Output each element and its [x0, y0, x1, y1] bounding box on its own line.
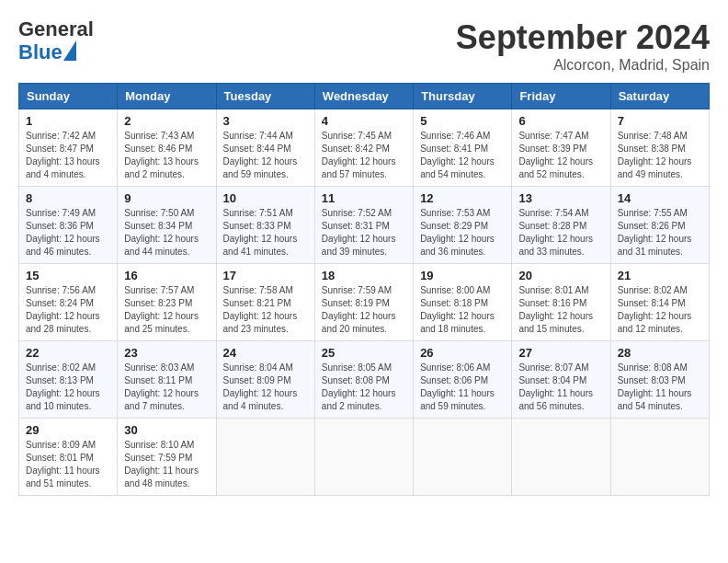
col-thursday: Thursday — [414, 84, 512, 109]
col-sunday: Sunday — [19, 84, 118, 109]
calendar-day-cell — [414, 419, 512, 496]
day-number: 24 — [223, 346, 308, 360]
day-number: 15 — [26, 269, 110, 282]
day-info: Sunrise: 8:05 AMSunset: 8:08 PMDaylight:… — [322, 362, 406, 413]
day-number: 4 — [322, 114, 406, 128]
calendar-day-cell: 2 Sunrise: 7:43 AMSunset: 8:46 PMDayligh… — [118, 109, 216, 187]
calendar-day-cell: 25 Sunrise: 8:05 AMSunset: 8:08 PMDaylig… — [314, 341, 413, 419]
day-info: Sunrise: 7:52 AMSunset: 8:31 PMDaylight:… — [322, 207, 406, 259]
logo-text: General Blue — [18, 18, 94, 63]
calendar-week-row: 29 Sunrise: 8:09 AMSunset: 8:01 PMDaylig… — [19, 419, 710, 496]
day-info: Sunrise: 7:48 AMSunset: 8:38 PMDaylight:… — [618, 130, 702, 181]
day-number: 3 — [223, 114, 308, 128]
day-info: Sunrise: 8:09 AMSunset: 8:01 PMDaylight:… — [26, 439, 110, 490]
calendar-day-cell: 10 Sunrise: 7:51 AMSunset: 8:33 PMDaylig… — [216, 187, 314, 264]
calendar-day-cell: 21 Sunrise: 8:02 AMSunset: 8:14 PMDaylig… — [610, 264, 709, 341]
calendar-day-cell — [512, 419, 610, 496]
calendar-day-cell: 19 Sunrise: 8:00 AMSunset: 8:18 PMDaylig… — [414, 264, 512, 341]
day-number: 12 — [420, 191, 505, 205]
day-info: Sunrise: 7:58 AMSunset: 8:21 PMDaylight:… — [223, 284, 308, 336]
col-friday: Friday — [512, 84, 610, 109]
logo-arrow-icon — [63, 40, 76, 61]
calendar-day-cell — [216, 419, 314, 496]
calendar-day-cell: 30 Sunrise: 8:10 AMSunset: 7:59 PMDaylig… — [118, 419, 216, 496]
calendar-day-cell: 9 Sunrise: 7:50 AMSunset: 8:34 PMDayligh… — [118, 187, 216, 264]
day-number: 7 — [618, 114, 702, 128]
calendar-day-cell: 5 Sunrise: 7:46 AMSunset: 8:41 PMDayligh… — [414, 109, 512, 187]
day-info: Sunrise: 8:00 AMSunset: 8:18 PMDaylight:… — [420, 284, 505, 336]
logo: General Blue — [18, 18, 94, 63]
calendar-day-cell: 29 Sunrise: 8:09 AMSunset: 8:01 PMDaylig… — [19, 419, 118, 496]
calendar-day-cell: 23 Sunrise: 8:03 AMSunset: 8:11 PMDaylig… — [118, 341, 216, 419]
day-number: 25 — [322, 346, 406, 360]
day-info: Sunrise: 8:06 AMSunset: 8:06 PMDaylight:… — [420, 362, 505, 413]
day-number: 21 — [618, 269, 702, 282]
day-number: 1 — [26, 114, 110, 128]
day-number: 9 — [124, 191, 209, 205]
day-info: Sunrise: 7:43 AMSunset: 8:46 PMDaylight:… — [124, 130, 209, 181]
calendar-day-cell: 17 Sunrise: 7:58 AMSunset: 8:21 PMDaylig… — [216, 264, 314, 341]
calendar-day-cell: 27 Sunrise: 8:07 AMSunset: 8:04 PMDaylig… — [512, 341, 610, 419]
calendar-day-cell: 6 Sunrise: 7:47 AMSunset: 8:39 PMDayligh… — [512, 109, 610, 187]
calendar-day-cell: 11 Sunrise: 7:52 AMSunset: 8:31 PMDaylig… — [314, 187, 413, 264]
col-tuesday: Tuesday — [216, 84, 314, 109]
calendar-day-cell: 13 Sunrise: 7:54 AMSunset: 8:28 PMDaylig… — [512, 187, 610, 264]
day-info: Sunrise: 7:51 AMSunset: 8:33 PMDaylight:… — [223, 207, 308, 259]
title-section: September 2024 Alcorcon, Madrid, Spain — [456, 18, 710, 74]
day-info: Sunrise: 7:53 AMSunset: 8:29 PMDaylight:… — [420, 207, 505, 259]
day-info: Sunrise: 7:56 AMSunset: 8:24 PMDaylight:… — [26, 284, 110, 336]
calendar-week-row: 22 Sunrise: 8:02 AMSunset: 8:13 PMDaylig… — [19, 341, 710, 419]
location: Alcorcon, Madrid, Spain — [456, 57, 710, 74]
day-info: Sunrise: 8:10 AMSunset: 7:59 PMDaylight:… — [124, 439, 209, 490]
day-info: Sunrise: 7:42 AMSunset: 8:47 PMDaylight:… — [26, 130, 110, 181]
calendar-day-cell: 12 Sunrise: 7:53 AMSunset: 8:29 PMDaylig… — [414, 187, 512, 264]
day-info: Sunrise: 7:57 AMSunset: 8:23 PMDaylight:… — [124, 284, 209, 336]
day-info: Sunrise: 8:04 AMSunset: 8:09 PMDaylight:… — [223, 362, 308, 413]
day-number: 5 — [420, 114, 505, 128]
day-info: Sunrise: 7:46 AMSunset: 8:41 PMDaylight:… — [420, 130, 505, 181]
month-title: September 2024 — [456, 18, 710, 57]
day-info: Sunrise: 7:59 AMSunset: 8:19 PMDaylight:… — [322, 284, 406, 336]
calendar-day-cell: 15 Sunrise: 7:56 AMSunset: 8:24 PMDaylig… — [19, 264, 118, 341]
day-number: 26 — [420, 346, 505, 360]
day-info: Sunrise: 7:50 AMSunset: 8:34 PMDaylight:… — [124, 207, 209, 259]
day-number: 6 — [518, 114, 603, 128]
day-number: 19 — [420, 269, 505, 282]
day-info: Sunrise: 8:08 AMSunset: 8:03 PMDaylight:… — [618, 362, 702, 413]
day-info: Sunrise: 8:01 AMSunset: 8:16 PMDaylight:… — [518, 284, 603, 336]
day-info: Sunrise: 8:02 AMSunset: 8:14 PMDaylight:… — [618, 284, 702, 336]
col-wednesday: Wednesday — [314, 84, 413, 109]
calendar-day-cell: 26 Sunrise: 8:06 AMSunset: 8:06 PMDaylig… — [414, 341, 512, 419]
calendar-day-cell: 18 Sunrise: 7:59 AMSunset: 8:19 PMDaylig… — [314, 264, 413, 341]
day-info: Sunrise: 7:47 AMSunset: 8:39 PMDaylight:… — [518, 130, 603, 181]
day-number: 8 — [26, 191, 110, 205]
day-number: 17 — [223, 269, 308, 282]
day-number: 14 — [618, 191, 702, 205]
day-info: Sunrise: 7:54 AMSunset: 8:28 PMDaylight:… — [518, 207, 603, 259]
day-number: 11 — [322, 191, 406, 205]
day-info: Sunrise: 7:45 AMSunset: 8:42 PMDaylight:… — [322, 130, 406, 181]
day-info: Sunrise: 7:55 AMSunset: 8:26 PMDaylight:… — [618, 207, 702, 259]
day-number: 13 — [518, 191, 603, 205]
day-number: 23 — [124, 346, 209, 360]
day-number: 16 — [124, 269, 209, 282]
calendar-day-cell: 28 Sunrise: 8:08 AMSunset: 8:03 PMDaylig… — [610, 341, 709, 419]
calendar-day-cell: 22 Sunrise: 8:02 AMSunset: 8:13 PMDaylig… — [19, 341, 118, 419]
calendar-day-cell: 7 Sunrise: 7:48 AMSunset: 8:38 PMDayligh… — [610, 109, 709, 187]
logo-blue: Blue — [18, 41, 63, 63]
calendar-day-cell: 14 Sunrise: 7:55 AMSunset: 8:26 PMDaylig… — [610, 187, 709, 264]
logo-general: General — [18, 18, 94, 40]
day-number: 29 — [26, 423, 110, 437]
calendar-week-row: 8 Sunrise: 7:49 AMSunset: 8:36 PMDayligh… — [19, 187, 710, 264]
calendar-table: Sunday Monday Tuesday Wednesday Thursday… — [18, 83, 710, 496]
day-number: 30 — [124, 423, 209, 437]
calendar-day-cell: 1 Sunrise: 7:42 AMSunset: 8:47 PMDayligh… — [19, 109, 118, 187]
calendar-day-cell: 3 Sunrise: 7:44 AMSunset: 8:44 PMDayligh… — [216, 109, 314, 187]
calendar-day-cell — [610, 419, 709, 496]
day-number: 10 — [223, 191, 308, 205]
day-number: 22 — [26, 346, 110, 360]
page-header: General Blue September 2024 Alcorcon, Ma… — [18, 18, 710, 74]
col-monday: Monday — [118, 84, 216, 109]
calendar-day-cell: 16 Sunrise: 7:57 AMSunset: 8:23 PMDaylig… — [118, 264, 216, 341]
day-number: 27 — [518, 346, 603, 360]
